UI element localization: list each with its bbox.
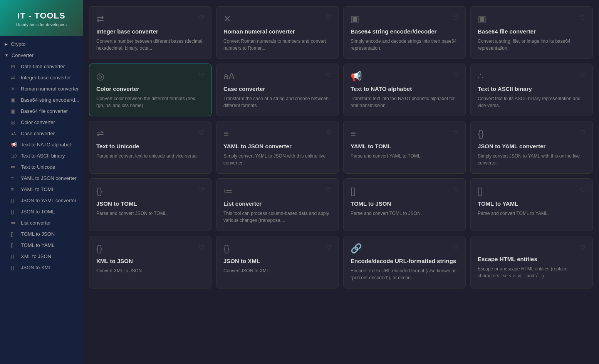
favorite-icon[interactable]: ♡ — [199, 72, 204, 79]
tool-card[interactable]: {} ♡ JSON to YAML converter Simply conve… — [470, 121, 593, 174]
favorite-icon[interactable]: ♡ — [453, 129, 458, 136]
sidebar-item-xml-to-json[interactable]: {} XML to JSON — [0, 251, 83, 262]
sidebar-item-text-to-nato[interactable]: 📢 Text to NATO alphabet — [0, 139, 83, 150]
favorite-icon[interactable]: ♡ — [580, 244, 586, 251]
tool-card[interactable]: {} ♡ JSON to TOML Parse and convert JSON… — [89, 178, 211, 231]
favorite-icon[interactable]: ♡ — [326, 129, 331, 136]
tool-icon: {} — [478, 129, 484, 138]
tool-card[interactable]: ≔ ♡ List converter This tool can process… — [216, 178, 339, 231]
sidebar-item-text-to-unicode[interactable]: ⇌ Text to Unicode — [0, 161, 83, 173]
favorite-icon[interactable]: ♡ — [199, 186, 204, 194]
favorite-icon[interactable]: ♡ — [326, 186, 331, 194]
sidebar-item-toml-to-json[interactable]: [] TOML to JSON — [0, 228, 83, 240]
tool-card[interactable]: ◎ ♡ Color converter Convert color betwee… — [89, 64, 211, 116]
sidebar-item-json-to-xml[interactable]: {} JSON to XML — [0, 262, 83, 273]
tool-icon: ∴ — [478, 72, 483, 81]
tool-card[interactable]: ♡ Escape HTML entities Escape or unescap… — [470, 236, 593, 289]
sidebar-item-roman-numeral-converter[interactable]: ✕ Roman numeral converter — [0, 83, 83, 94]
tool-card[interactable]: ⇌ ♡ Text to Unicode Parse and convert te… — [89, 121, 211, 174]
sidebar-item-label: Base64 string encoder/d... — [21, 97, 79, 103]
sidebar-item-label: Base64 file converter — [21, 108, 68, 114]
favorite-icon[interactable]: ♡ — [326, 72, 331, 79]
list-icon: ≔ — [11, 220, 17, 226]
main-content: ⇄ ♡ Integer base converter Convert a num… — [83, 0, 599, 364]
card-description: This tool can process column-based data … — [223, 210, 331, 224]
card-title: List converter — [223, 200, 331, 207]
card-header: ≡ ♡ — [223, 129, 331, 138]
tool-card[interactable]: 📢 ♡ Text to NATO alphabet Transform text… — [343, 64, 466, 116]
sidebar-item-text-to-ascii[interactable]: .10 Text to ASCII binary — [0, 150, 83, 161]
sidebar-item-case-converter[interactable]: aA Case converter — [0, 128, 83, 139]
card-title: Text to NATO alphabet — [351, 86, 458, 92]
yaml-icon: ≡ — [11, 186, 17, 192]
sidebar-item-list-converter[interactable]: ≔ List converter — [0, 217, 83, 228]
card-title: Text to ASCII binary — [478, 86, 586, 92]
favorite-icon[interactable]: ♡ — [580, 129, 586, 136]
tool-card[interactable]: ∴ ♡ Text to ASCII binary Convert text to… — [470, 64, 593, 116]
sidebar-item-label: Integer base converter — [21, 75, 71, 81]
sidebar-item-toml-to-yaml[interactable]: [] TOML to YAML — [0, 240, 83, 251]
file-icon: ▣ — [11, 97, 17, 103]
tool-icon: ✕ — [223, 14, 231, 23]
card-header: ≡ ♡ — [351, 129, 458, 138]
sidebar-item-base64-string[interactable]: ▣ Base64 string encoder/d... — [0, 94, 83, 106]
sidebar-item-color-converter[interactable]: ◎ Color converter — [0, 117, 83, 128]
tool-card[interactable]: ▣ ♡ Base64 string encoder/decoder Simply… — [343, 6, 466, 59]
sidebar-item-converter[interactable]: ▼ Converter — [0, 50, 83, 61]
sidebar-item-base64-file[interactable]: ▣ Base64 file converter — [0, 106, 83, 117]
convert-icon: ⇄ — [11, 75, 17, 81]
card-title: YAML to TOML — [351, 143, 458, 149]
tool-card[interactable]: ✕ ♡ Roman numeral converter Convert Roma… — [216, 6, 339, 59]
tool-card[interactable]: {} ♡ XML to JSON Convert XML to JSON — [89, 236, 211, 289]
card-description: Convert Roman numerals to numbers and co… — [223, 38, 331, 52]
sidebar-item-yaml-to-toml[interactable]: ≡ YAML to TOML — [0, 184, 83, 195]
tool-card[interactable]: 🔗 ♡ Encode/decode URL-formatted strings … — [343, 236, 466, 289]
tool-card[interactable]: aA ♡ Case converter Transform the case o… — [216, 64, 339, 116]
favorite-icon[interactable]: ♡ — [199, 14, 204, 22]
favorite-icon[interactable]: ♡ — [453, 186, 458, 194]
sidebar-item-crypto[interactable]: ▶ Crypto — [0, 39, 83, 50]
case-icon: aA — [11, 131, 17, 136]
tool-icon: {} — [223, 244, 230, 253]
sidebar: IT - TOOLS Handy tools for developers ▶ … — [0, 0, 83, 364]
sidebar-item-yaml-to-json[interactable]: ≡ YAML to JSON converter — [0, 173, 83, 184]
favorite-icon[interactable]: ♡ — [580, 186, 586, 194]
color-icon: ◎ — [11, 119, 17, 125]
favorite-icon[interactable]: ♡ — [453, 14, 458, 22]
sidebar-item-label: TOML to JSON — [21, 231, 55, 237]
megaphone-icon: 📢 — [11, 142, 17, 148]
favorite-icon[interactable]: ♡ — [580, 72, 586, 79]
sidebar-item-json-to-yaml[interactable]: {} JSON to YAML converter — [0, 195, 83, 206]
favorite-icon[interactable]: ♡ — [199, 129, 204, 136]
card-description: Transform the case of a string and choos… — [223, 95, 331, 109]
tool-icon: ▣ — [478, 14, 487, 23]
tool-card[interactable]: ≡ ♡ YAML to JSON converter Simply conver… — [216, 121, 339, 174]
card-title: TOML to JSON — [351, 200, 458, 207]
tool-card[interactable]: [] ♡ TOML to JSON Parse and convert TOML… — [343, 178, 466, 231]
sidebar-item-label: Case converter — [21, 131, 55, 136]
favorite-icon[interactable]: ♡ — [453, 244, 458, 251]
card-title: YAML to JSON converter — [223, 143, 331, 149]
tool-card[interactable]: {} ♡ JSON to XML Convert JSON to XML — [216, 236, 339, 289]
card-description: Convert a string, file, or image into it… — [478, 38, 586, 52]
favorite-icon[interactable]: ♡ — [326, 14, 331, 22]
card-title: Color converter — [96, 86, 204, 92]
tool-card[interactable]: [] ♡ TOML to YAML Parse and convert TOML… — [470, 178, 593, 231]
favorite-icon[interactable]: ♡ — [453, 72, 458, 79]
sidebar-item-integer-base-converter[interactable]: ⇄ Integer base converter — [0, 72, 83, 83]
card-header: {} ♡ — [223, 244, 331, 253]
sidebar-item-date-time-converter[interactable]: ⊟ Date-time converter — [0, 61, 83, 72]
tool-card[interactable]: ⇄ ♡ Integer base converter Convert a num… — [89, 6, 211, 59]
tool-card[interactable]: ≡ ♡ YAML to TOML Parse and convert YAML … — [343, 121, 466, 174]
card-description: Transform text into the NATO phonetic al… — [351, 95, 458, 109]
sidebar-item-json-to-toml[interactable]: {} JSON to TOML — [0, 206, 83, 217]
card-title: JSON to TOML — [96, 200, 204, 207]
card-description: Encode text to URL-encoded format (also … — [351, 267, 458, 281]
favorite-icon[interactable]: ♡ — [199, 244, 204, 251]
card-header: {} ♡ — [478, 129, 586, 138]
tool-card[interactable]: ▣ ♡ Base64 file converter Convert a stri… — [470, 6, 593, 59]
favorite-icon[interactable]: ♡ — [580, 14, 586, 22]
card-title: Roman numeral converter — [223, 28, 331, 35]
card-description: Simply encode and decode strings into th… — [351, 38, 458, 52]
favorite-icon[interactable]: ♡ — [326, 244, 331, 251]
